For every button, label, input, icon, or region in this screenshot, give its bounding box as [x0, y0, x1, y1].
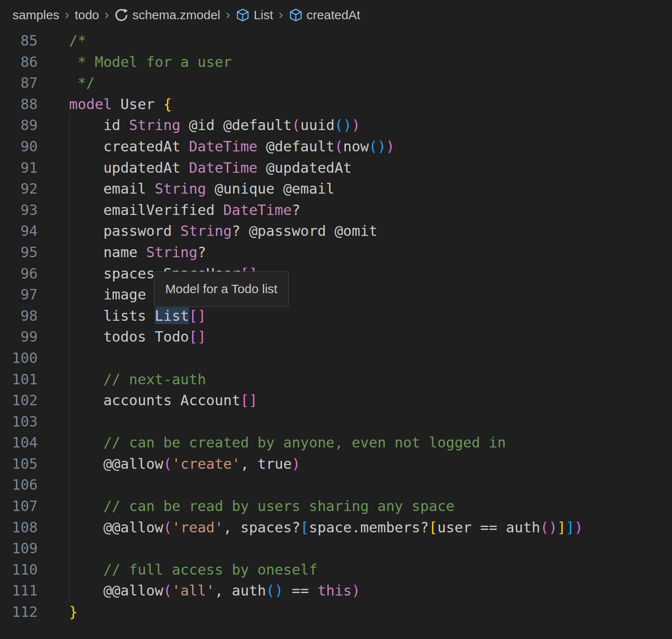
- code-token: password: [69, 222, 180, 239]
- line-content[interactable]: // next-auth: [38, 369, 206, 390]
- code-token: (: [335, 138, 343, 155]
- breadcrumb-item-schema.zmodel[interactable]: schema.zmodel: [132, 8, 220, 22]
- line-content[interactable]: password String? @password @omit: [38, 220, 377, 242]
- breadcrumb-item-samples[interactable]: samples: [13, 8, 59, 22]
- breadcrumb-item-list[interactable]: List: [254, 8, 273, 22]
- line-content[interactable]: @@allow('all', auth() == this): [38, 580, 360, 601]
- line-number[interactable]: 108: [0, 517, 38, 538]
- line-content[interactable]: // can be created by anyone, even not lo…: [38, 432, 506, 453]
- breadcrumb-separator: ›: [226, 7, 231, 22]
- line-number[interactable]: 85: [0, 30, 38, 51]
- code-token: updatedAt: [69, 159, 189, 176]
- line-number[interactable]: 106: [0, 474, 38, 496]
- code-token: , true: [240, 455, 292, 472]
- line-number[interactable]: 111: [0, 580, 38, 601]
- line-number[interactable]: 98: [0, 305, 38, 327]
- line-number[interactable]: 99: [0, 326, 38, 348]
- code-line: 98 lists List[]: [0, 305, 672, 327]
- code-line: 96 spaces SpaceUser[]: [0, 263, 672, 284]
- line-number[interactable]: 88: [0, 94, 38, 115]
- code-line: 90 createdAt DateTime @default(now()): [0, 136, 672, 157]
- line-content[interactable]: email String @unique @email: [38, 178, 335, 199]
- line-content[interactable]: image: [38, 284, 155, 305]
- code-line: 105 @@allow('create', true): [0, 453, 672, 475]
- line-content[interactable]: todos Todo[]: [38, 326, 206, 348]
- code-token: @@allow: [69, 455, 163, 472]
- code-token: [: [300, 519, 309, 536]
- line-number[interactable]: 112: [0, 601, 38, 623]
- code-token: (): [335, 117, 352, 133]
- line-number[interactable]: 89: [0, 115, 38, 136]
- code-token: todos Todo: [69, 328, 189, 345]
- line-content[interactable]: // full access by oneself: [38, 559, 318, 580]
- code-token: , auth: [215, 582, 266, 599]
- sync-icon: [114, 8, 128, 22]
- line-content[interactable]: model User {: [38, 94, 172, 115]
- line-content[interactable]: [38, 348, 69, 369]
- code-token: this: [318, 582, 352, 599]
- code-token: ? @password @omit: [232, 222, 377, 239]
- code-line: 111 @@allow('all', auth() == this): [0, 580, 672, 601]
- line-number[interactable]: 90: [0, 136, 38, 157]
- line-content[interactable]: // can be read by users sharing any spac…: [38, 496, 454, 517]
- code-line: 108 @@allow('read', spaces?[space.member…: [0, 517, 672, 538]
- line-number[interactable]: 87: [0, 72, 38, 94]
- line-content[interactable]: @@allow('create', true): [38, 453, 300, 475]
- line-number[interactable]: 102: [0, 390, 38, 411]
- line-number[interactable]: 94: [0, 220, 38, 242]
- line-content[interactable]: [38, 474, 69, 496]
- line-number[interactable]: 92: [0, 178, 38, 199]
- code-line: 97 image: [0, 284, 672, 305]
- line-number[interactable]: 100: [0, 348, 38, 369]
- line-content[interactable]: emailVerified DateTime?: [38, 199, 300, 221]
- line-number[interactable]: 110: [0, 559, 38, 580]
- breadcrumb: samples›todo› schema.zmodel› List› creat…: [0, 0, 672, 30]
- code-token: }: [69, 603, 77, 620]
- code-line: 104 // can be created by anyone, even no…: [0, 432, 672, 453]
- code-token: (): [540, 519, 557, 536]
- line-content[interactable]: * Model for a user: [38, 51, 232, 73]
- line-content[interactable]: id String @id @default(uuid()): [38, 115, 360, 136]
- code-token: , spaces?: [223, 519, 300, 536]
- code-token: emailVerified: [69, 202, 223, 218]
- line-number[interactable]: 95: [0, 242, 38, 263]
- code-line: 101 // next-auth: [0, 369, 672, 390]
- line-number[interactable]: 101: [0, 369, 38, 390]
- editor[interactable]: 85/*86 * Model for a user87 */88model Us…: [0, 30, 672, 623]
- line-number[interactable]: 107: [0, 496, 38, 517]
- code-line: 103: [0, 411, 672, 432]
- line-number[interactable]: 109: [0, 538, 38, 559]
- line-number[interactable]: 104: [0, 432, 38, 453]
- line-number[interactable]: 103: [0, 411, 38, 432]
- code-token: accounts Account: [69, 392, 240, 409]
- line-number[interactable]: 86: [0, 51, 38, 73]
- line-number[interactable]: 97: [0, 284, 38, 305]
- line-number[interactable]: 105: [0, 453, 38, 475]
- line-content[interactable]: @@allow('read', spaces?[space.members?[u…: [38, 517, 583, 538]
- line-number[interactable]: 91: [0, 157, 38, 179]
- breadcrumb-item-createdat[interactable]: createdAt: [307, 8, 360, 22]
- line-content[interactable]: updatedAt DateTime @updatedAt: [38, 157, 352, 179]
- code-token: ): [292, 455, 300, 472]
- line-number[interactable]: 96: [0, 263, 38, 284]
- code-token: (: [163, 519, 172, 536]
- code-token: * Model for a user: [69, 54, 232, 70]
- line-content[interactable]: createdAt DateTime @default(now()): [38, 136, 395, 157]
- line-content[interactable]: }: [38, 601, 77, 623]
- code-token: // next-auth: [103, 371, 206, 388]
- line-content[interactable]: [38, 538, 69, 559]
- code-token: (: [292, 117, 300, 133]
- code-token: // can be read by users sharing any spac…: [103, 498, 454, 514]
- breadcrumb-item-todo[interactable]: todo: [74, 8, 99, 22]
- code-token: String: [180, 222, 232, 239]
- indent-guide: [69, 115, 70, 601]
- line-content[interactable]: */: [38, 72, 95, 94]
- line-content[interactable]: lists List[]: [38, 305, 206, 327]
- line-content[interactable]: /*: [38, 30, 86, 51]
- line-number[interactable]: 93: [0, 199, 38, 221]
- line-content[interactable]: accounts Account[]: [38, 390, 257, 411]
- line-content[interactable]: [38, 411, 69, 432]
- code-area: 85/*86 * Model for a user87 */88model Us…: [0, 30, 672, 623]
- line-content[interactable]: name String?: [38, 242, 206, 263]
- code-token: [: [429, 519, 437, 536]
